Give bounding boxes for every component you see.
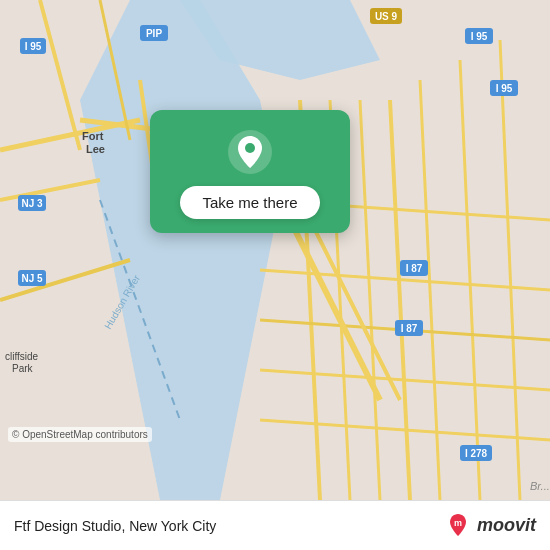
moovit-logo: m moovit — [444, 512, 536, 540]
take-me-there-button[interactable]: Take me there — [180, 186, 319, 219]
location-label: Ftf Design Studio, New York City — [14, 518, 216, 534]
svg-text:I 95: I 95 — [25, 41, 42, 52]
svg-text:cliffside: cliffside — [5, 351, 39, 362]
svg-text:NJ 5: NJ 5 — [21, 273, 43, 284]
location-pin-icon — [226, 128, 274, 176]
svg-text:US 9: US 9 — [375, 11, 398, 22]
svg-text:I 95: I 95 — [471, 31, 488, 42]
moovit-icon: m — [444, 512, 472, 540]
svg-text:m: m — [454, 518, 462, 528]
svg-text:Fort: Fort — [82, 130, 104, 142]
svg-point-54 — [245, 143, 255, 153]
svg-text:Park: Park — [12, 363, 34, 374]
bottom-bar: Ftf Design Studio, New York City m moovi… — [0, 500, 550, 550]
svg-text:NJ 3: NJ 3 — [21, 198, 43, 209]
svg-text:PIP: PIP — [146, 28, 162, 39]
svg-text:I 87: I 87 — [401, 323, 418, 334]
svg-text:I 278: I 278 — [465, 448, 488, 459]
map-container: I 95 PIP US 9 I 95 I 95 US 9 NJ 5 NJ 3 I… — [0, 0, 550, 500]
card-overlay: Take me there — [150, 110, 350, 233]
svg-text:Br...: Br... — [530, 480, 550, 492]
svg-text:Lee: Lee — [86, 143, 105, 155]
osm-credit: © OpenStreetMap contributors — [8, 427, 152, 442]
moovit-label: moovit — [477, 515, 536, 536]
svg-text:I 95: I 95 — [496, 83, 513, 94]
svg-text:I 87: I 87 — [406, 263, 423, 274]
